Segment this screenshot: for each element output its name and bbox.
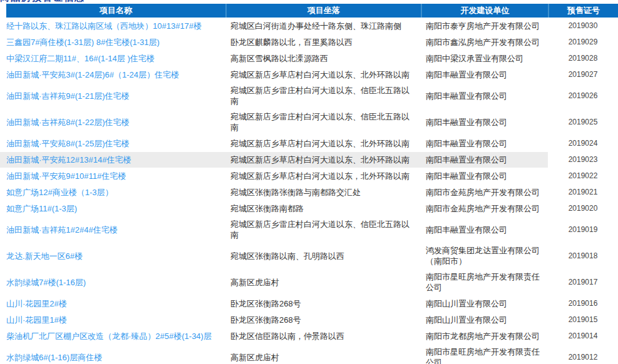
project-name-link[interactable]: 油田新城·吉祥苑1#2#4#住宅楼 (6, 225, 118, 235)
cert-no-cell: 2019028 (548, 51, 618, 66)
developer-cell: 南阳丰融置业有限公司 (421, 168, 548, 184)
developer-cell: 鸿发商贸集团龙达置业有限公司（南阳市） (421, 243, 548, 269)
presale-table: 项目名称 项目坐落 开发建设单位 预售证号 经十路以东、珠江路以南区域（西地块）… (0, 4, 618, 364)
header-project-location: 项目坐落 (225, 4, 421, 18)
clipped-page-title-text: 商品房预售证信息 (0, 0, 618, 4)
developer-cell: 南阳丰融置业有限公司 (421, 67, 548, 83)
cert-no-cell: 2019024 (548, 136, 618, 151)
developer-cell: 南阳山川置业有限公司 (421, 296, 548, 311)
cert-no-cell: 2019014 (548, 328, 618, 344)
cert-no-cell: 2019017 (548, 275, 618, 290)
developer-cell: 南阳市鑫泓房地产开发有限公司 (421, 34, 548, 50)
table-header-row: 项目名称 项目坐落 开发建设单位 预售证号 (6, 4, 618, 18)
project-name-link[interactable]: 水韵绿城6#(1-16)层商住楼 (6, 353, 102, 362)
developer-cell: 南阳市泰亨房地产开发有限公司 (421, 18, 548, 34)
project-location-cell: 高新区虎庙村 (225, 350, 421, 364)
project-name-cell: 如意广场12#商业楼（1-3层） (0, 185, 225, 200)
developer-cell: 南阳中梁汉承置业有限公司 (421, 51, 548, 66)
project-name-cell: 油田新城·吉祥苑1#2#4#住宅楼 (0, 222, 225, 238)
project-location-cell: 宛城区新店乡雷庄村白河大道以东、信臣北五路以南 (225, 83, 421, 109)
project-location-cell: 高新区雪枫路以北溧源路西 (225, 51, 421, 66)
header-developer: 开发建设单位 (421, 4, 548, 18)
table-row: 山川·花园里1#楼 卧龙区张衡路268号 南阳山川置业有限公司 2019015 (0, 311, 618, 328)
developer-cell: 南阳市龙都房地产开发有限公司 (421, 328, 548, 344)
cert-no-cell: 2019023 (548, 152, 618, 168)
cert-no-cell: 2019029 (548, 34, 618, 50)
project-name-cell: 中梁汉江府二期11#、16#(1-14层 )住宅楼 (0, 51, 225, 66)
cert-no-cell: 2019027 (548, 67, 618, 83)
project-location-cell: 卧龙区信臣路以南，仲景路以西 (225, 328, 421, 344)
project-name-link[interactable]: 山川·花园里1#楼 (6, 315, 67, 325)
table-body: 经十路以东、珠江路以南区域（西地块）10#13#17#楼 宛城区白河街道办事处经… (0, 18, 618, 364)
developer-cell: 南阳市金苑房地产开发有限公司 (421, 185, 548, 200)
cert-no-cell: 2019016 (548, 296, 618, 311)
developer-cell: 南阳丰融置业有限公司 (421, 152, 548, 168)
project-name-cell: 油田新城·平安苑8#(1-25层)住宅楼 (0, 136, 225, 151)
project-name-cell: 如意广场11#(1-3层) (0, 201, 225, 216)
cert-no-cell: 2019012 (548, 350, 618, 364)
developer-cell: 南阳丰融置业有限公司 (421, 88, 548, 104)
cert-no-cell: 2019026 (548, 88, 618, 104)
developer-cell: 南阳丰融置业有限公司 (421, 136, 548, 151)
project-name-cell: 油田新城·吉祥苑9#(1-21层)住宅楼 (0, 88, 225, 104)
table-row: 油田新城·平安苑3#(1-24层)6#（1-24层）住宅楼 宛城区新店乡草店村白… (0, 66, 618, 83)
project-name-link[interactable]: 龙达.新天地一区6#楼 (6, 251, 83, 261)
cert-no-cell: 2019018 (548, 248, 618, 264)
table-row: 经十路以东、珠江路以南区域（西地块）10#13#17#楼 宛城区白河街道办事处经… (0, 18, 618, 34)
project-name-cell: 经十路以东、珠江路以南区域（西地块）10#13#17#楼 (0, 18, 225, 34)
project-location-cell: 宛城区新店乡草店村白河大道以东、北外环路以南 (225, 152, 421, 168)
header-project-name: 项目名称 (6, 4, 225, 18)
table-row: 水韵绿城6#(1-16)层商住楼 高新区虎庙村 南阳市星旺房地产开发有限责任公司… (0, 344, 618, 364)
project-name-link[interactable]: 油田新城·平安苑9#10#11#住宅楼 (6, 171, 126, 181)
project-name-link[interactable]: 如意广场11#(1-3层) (6, 204, 77, 213)
table-row: 龙达.新天地一区6#楼 宛城区张衡路以南、孔明路以西 鸿发商贸集团龙达置业有限公… (0, 243, 618, 269)
cert-no-cell: 2019021 (548, 185, 618, 200)
table-row: 油田新城·平安苑12#13#14#住宅楼 宛城区新店乡草店村白河大道以东、北外环… (0, 151, 618, 168)
project-name-link[interactable]: 山川·花园里2#楼 (6, 299, 67, 308)
table-row: 水韵绿城7#楼(1-16层) 高新区虎庙村 南阳市星旺房地产开发有限责任公司 2… (0, 269, 618, 295)
project-name-link[interactable]: 中梁汉江府二期11#、16#(1-14层 )住宅楼 (6, 54, 155, 63)
project-location-cell: 宛城区新店乡草店村白河大道以东，北外环路以南 (225, 168, 421, 184)
project-location-cell: 卧龙区张衡路268号 (225, 296, 421, 311)
table-row: 柴油机厂北厂区棚户区改造（龙都·臻品）2#5#楼(1-34)层 卧龙区信臣路以南… (0, 328, 618, 344)
project-name-link[interactable]: 油田新城·平安苑3#(1-24层)6#（1-24层）住宅楼 (6, 70, 179, 79)
cert-no-cell: 2019025 (548, 114, 618, 130)
table-row: 山川·花园里2#楼 卧龙区张衡路268号 南阳山川置业有限公司 2019016 (0, 295, 618, 311)
table-row: 中梁汉江府二期11#、16#(1-14层 )住宅楼 高新区雪枫路以北溧源路西 南… (0, 50, 618, 66)
table-row: 油田新城·平安苑8#(1-25层)住宅楼 宛城区新店乡草店村白河大道以东、北外环… (0, 135, 618, 151)
cert-no-cell: 2019020 (548, 201, 618, 216)
table-row: 油田新城·吉祥苑1#2#4#住宅楼 宛城区新店乡雷庄村白河大道以东、信臣北五路以… (0, 216, 618, 243)
project-name-link[interactable]: 油田新城·吉祥苑9#(1-21层)住宅楼 (6, 91, 129, 101)
project-name-cell: 柴油机厂北厂区棚户区改造（龙都·臻品）2#5#楼(1-34)层 (0, 328, 225, 344)
table-row: 油田新城·吉祥苑9#(1-21层)住宅楼 宛城区新店乡雷庄村白河大道以东、信臣北… (0, 83, 618, 109)
project-name-link[interactable]: 油田新城·平安苑8#(1-25层)住宅楼 (6, 139, 129, 148)
developer-cell: 南阳丰融置业有限公司 (421, 114, 548, 130)
project-name-link[interactable]: 三鑫园7#商住楼(1-31层) 8#住宅楼(1-31层) (6, 38, 160, 47)
project-location-cell: 宛城区张衡路以南、孔明路以西 (225, 248, 421, 264)
project-location-cell: 宛城区白河街道办事处经十路东侧、珠江路南侧 (225, 18, 421, 34)
cert-no-cell: 2019030 (548, 18, 618, 34)
project-name-link[interactable]: 柴油机厂北厂区棚户区改造（龙都·臻品）2#5#楼(1-34)层 (6, 331, 212, 341)
project-location-cell: 宛城区张衡路张衡路与南都路交汇处 (225, 185, 421, 200)
project-location-cell: 卧龙区麒麟路以北，百里奚路以西 (225, 34, 421, 50)
project-name-cell: 山川·花园里2#楼 (0, 296, 225, 311)
project-name-link[interactable]: 如意广场12#商业楼（1-3层） (6, 188, 113, 197)
project-name-cell: 山川·花园里1#楼 (0, 312, 225, 328)
developer-cell: 南阳丰融置业有限公司 (421, 222, 548, 238)
project-name-link[interactable]: 经十路以东、珠江路以南区域（西地块）10#13#17#楼 (6, 21, 202, 31)
project-location-cell: 宛城区张衡路南都路 (225, 201, 421, 216)
project-location-cell: 宛城区新店乡雷庄村白河大道以东、信臣北五路以南 (225, 216, 421, 243)
table-row: 如意广场11#(1-3层) 宛城区张衡路南都路 南阳市金苑房地产开发有限公司 2… (0, 200, 618, 216)
project-location-cell: 高新区虎庙村 (225, 275, 421, 290)
project-location-cell: 卧龙区张衡路268号 (225, 312, 421, 328)
header-cert-no: 预售证号 (548, 4, 618, 18)
developer-cell: 南阳山川置业有限公司 (421, 312, 548, 328)
project-name-link[interactable]: 油田新城·吉祥苑8#(1-22层)住宅楼 (6, 118, 129, 127)
table-row: 如意广场12#商业楼（1-3层） 宛城区张衡路张衡路与南都路交汇处 南阳市金苑房… (0, 184, 618, 200)
project-location-cell: 宛城区新店乡雷庄村白河大道以东、信臣北五路以南 (225, 109, 421, 135)
project-name-link[interactable]: 水韵绿城7#楼(1-16层) (6, 278, 86, 287)
developer-cell: 南阳市金苑房地产开发有限公司 (421, 201, 548, 216)
cert-no-cell: 2019019 (548, 222, 618, 238)
project-name-link[interactable]: 油田新城·平安苑12#13#14#住宅楼 (6, 155, 131, 164)
table-row: 油田新城·吉祥苑8#(1-22层)住宅楼 宛城区新店乡雷庄村白河大道以东、信臣北… (0, 109, 618, 135)
